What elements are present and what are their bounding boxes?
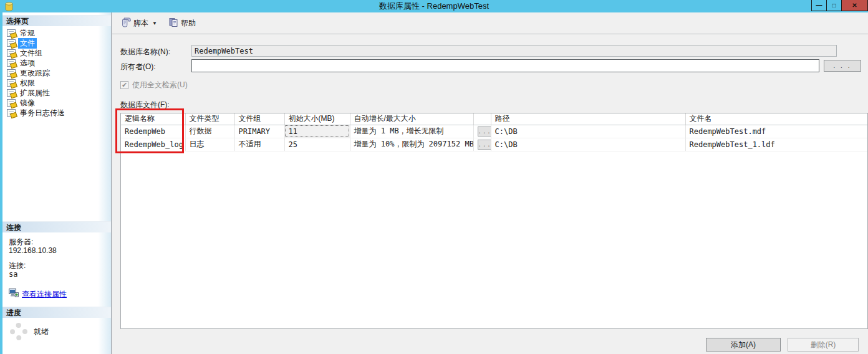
- toolbar: 脚本 ▼ 帮助: [112, 12, 868, 34]
- owner-label: 所有者(O):: [120, 62, 156, 72]
- script-button[interactable]: 脚本 ▼: [118, 16, 163, 31]
- fulltext-label: 使用全文检索(U): [132, 80, 188, 90]
- property-page-icon: [7, 29, 16, 37]
- help-button-label: 帮助: [181, 18, 196, 29]
- col-browse: [473, 113, 491, 125]
- script-button-label: 脚本: [133, 18, 148, 29]
- col-initial-size[interactable]: 初始大小(MB): [284, 113, 350, 125]
- db-name-label: 数据库名称(N):: [120, 47, 170, 57]
- cell-logical-name[interactable]: RedempWeb: [121, 125, 185, 138]
- property-page-icon: [7, 79, 16, 87]
- grid-header-row: 逻辑名称 文件类型 文件组 初始大小(MB) 自动增长/最大大小 路径 文件名: [121, 113, 867, 125]
- cell-autogrowth[interactable]: 增量为 10%，限制为 2097152 MB: [350, 138, 473, 151]
- connection-value: sa: [9, 270, 111, 279]
- property-page-icon: [7, 69, 16, 77]
- sidebar-item-change-tracking[interactable]: 更改跟踪: [2, 68, 111, 78]
- sidebar-item-files[interactable]: 文件: [2, 38, 111, 48]
- col-logical-name[interactable]: 逻辑名称: [121, 113, 185, 125]
- database-files-grid: 逻辑名称 文件类型 文件组 初始大小(MB) 自动增长/最大大小 路径 文件名 …: [120, 113, 868, 329]
- cell-autogrowth[interactable]: 增量为 1 MB，增长无限制: [350, 125, 473, 138]
- progress-section: 进度 就绪: [2, 307, 111, 340]
- script-icon: [121, 17, 131, 29]
- fulltext-checkbox[interactable]: ✔: [120, 81, 128, 89]
- sidebar-item-permissions[interactable]: 权限: [2, 78, 111, 88]
- cell-file-name[interactable]: RedempWebTest.mdf: [685, 125, 867, 138]
- help-button[interactable]: 帮助: [166, 16, 198, 31]
- connection-properties-icon: [9, 289, 19, 299]
- maximize-button[interactable]: □: [826, 0, 842, 11]
- col-autogrowth[interactable]: 自动增长/最大大小: [350, 113, 473, 125]
- connection-section: 连接 服务器: 192.168.10.38 连接: sa: [2, 221, 111, 299]
- db-name-field: RedempWebTest: [191, 45, 837, 57]
- remove-button[interactable]: 删除(R): [788, 338, 859, 352]
- table-row: RedempWeb_log 日志 不适用 25 增量为 10%，限制为 2097…: [121, 138, 867, 151]
- sidebar-item-extended-properties[interactable]: 扩展属性: [2, 88, 111, 98]
- chevron-down-icon: ▼: [152, 21, 157, 26]
- col-path[interactable]: 路径: [491, 113, 685, 125]
- col-file-name[interactable]: 文件名: [685, 113, 867, 125]
- database-files-label: 数据库文件(F):: [120, 100, 170, 110]
- autogrowth-browse-button[interactable]: ...: [478, 140, 491, 150]
- property-page-icon: [7, 39, 16, 47]
- cell-path[interactable]: C:\DB: [491, 125, 685, 138]
- cell-initial-size[interactable]: 11: [284, 125, 350, 138]
- cell-path[interactable]: C:\DB: [491, 138, 685, 151]
- sidebar-item-log-shipping[interactable]: 事务日志传送: [2, 108, 111, 118]
- owner-browse-button[interactable]: . . .: [824, 60, 861, 72]
- sidebar-item-general[interactable]: 常规: [2, 28, 111, 38]
- add-button[interactable]: 添加(A): [706, 338, 781, 352]
- cell-initial-size[interactable]: 25: [284, 138, 350, 151]
- cell-file-name[interactable]: RedempWebTest_1.ldf: [685, 138, 867, 151]
- progress-status: 就绪: [34, 327, 49, 337]
- window-title: 数据库属性 - RedempWebTest: [0, 0, 868, 12]
- cell-filegroup[interactable]: 不适用: [234, 138, 284, 151]
- property-page-icon: [7, 89, 16, 97]
- server-label: 服务器:: [9, 237, 111, 246]
- autogrowth-browse-button[interactable]: ...: [478, 127, 491, 136]
- sidebar-item-options[interactable]: 选项: [2, 58, 111, 68]
- main-panel: 脚本 ▼ 帮助 数据库名称(N): RedempWebTest 所有者(O): …: [112, 12, 868, 354]
- select-page-list: 常规 文件 文件组 选项 更改跟踪 权限: [2, 28, 111, 118]
- cell-logical-name[interactable]: RedempWeb_log: [121, 138, 185, 151]
- sidebar-item-mirroring[interactable]: 镜像: [2, 98, 111, 108]
- minimize-button[interactable]: —: [811, 0, 827, 11]
- col-filegroup[interactable]: 文件组: [234, 113, 284, 125]
- help-icon: [168, 17, 178, 29]
- server-value: 192.168.10.38: [9, 246, 111, 255]
- database-properties-dialog: 数据库属性 - RedempWebTest — □ ✕ 选择页 常规 文件 文件…: [0, 0, 868, 354]
- table-row: RedempWeb 行数据 PRIMARY 11 增量为 1 MB，增长无限制 …: [121, 125, 867, 138]
- view-connection-properties-link[interactable]: 查看连接属性: [22, 290, 67, 299]
- progress-spinner-icon: [10, 323, 27, 340]
- titlebar: 数据库属性 - RedempWebTest — □ ✕: [0, 0, 868, 12]
- sidebar: 选择页 常规 文件 文件组 选项 更改跟踪: [2, 12, 112, 354]
- cell-filegroup[interactable]: PRIMARY: [234, 125, 284, 138]
- cell-file-type[interactable]: 行数据: [185, 125, 234, 138]
- progress-header: 进度: [2, 307, 111, 318]
- connection-label: 连接:: [9, 261, 111, 270]
- owner-field[interactable]: [191, 59, 819, 72]
- connection-header: 连接: [2, 221, 111, 232]
- close-button[interactable]: ✕: [841, 0, 868, 11]
- col-file-type[interactable]: 文件类型: [185, 113, 234, 125]
- property-page-icon: [7, 99, 16, 107]
- property-page-icon: [7, 49, 16, 57]
- property-page-icon: [7, 59, 16, 67]
- cell-file-type[interactable]: 日志: [185, 138, 234, 151]
- sidebar-item-filegroups[interactable]: 文件组: [2, 48, 111, 58]
- select-page-header: 选择页: [2, 15, 111, 26]
- property-page-icon: [7, 109, 16, 117]
